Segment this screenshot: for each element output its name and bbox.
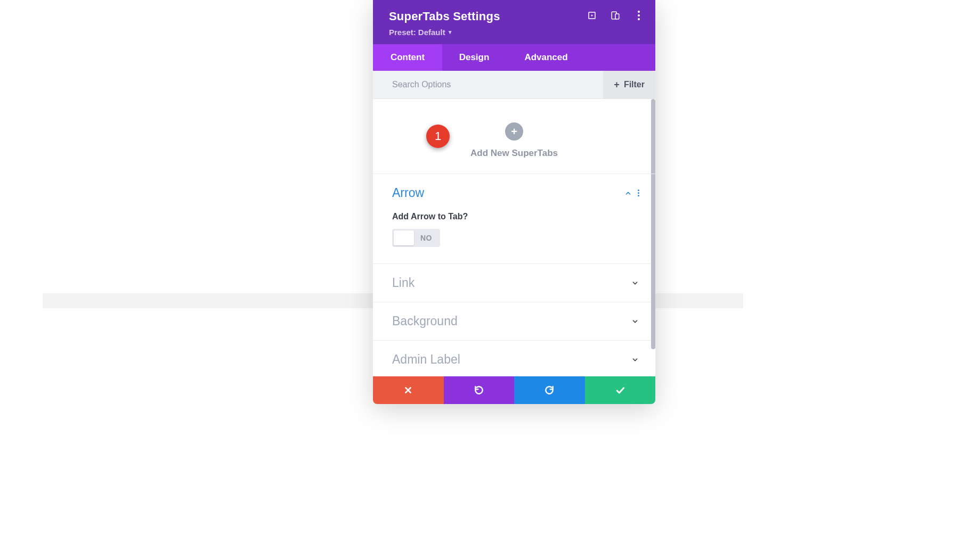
- panel-body: 1 + Add New SuperTabs Arrow Add Arrow to…: [373, 99, 655, 376]
- panel-footer: [373, 376, 655, 404]
- add-supertabs-label: Add New SuperTabs: [373, 148, 655, 159]
- section-background-title: Background: [392, 314, 458, 328]
- cancel-button[interactable]: [373, 376, 444, 404]
- redo-button[interactable]: [514, 376, 585, 404]
- section-link-header[interactable]: Link: [373, 264, 655, 302]
- search-input[interactable]: [392, 80, 603, 89]
- preset-selector[interactable]: Preset: Default ▼: [389, 28, 639, 37]
- close-icon: [403, 385, 413, 395]
- svg-point-5: [638, 14, 640, 17]
- redo-icon: [544, 385, 555, 396]
- save-button[interactable]: [585, 376, 656, 404]
- header-icon-group: [587, 11, 644, 20]
- undo-button[interactable]: [444, 376, 515, 404]
- chevron-down-icon[interactable]: [631, 356, 639, 364]
- section-link-title: Link: [392, 276, 415, 290]
- svg-point-6: [638, 18, 640, 20]
- section-arrow-header[interactable]: Arrow: [373, 174, 655, 212]
- svg-point-1: [591, 15, 593, 17]
- expand-icon[interactable]: [587, 11, 597, 20]
- chevron-up-icon[interactable]: [624, 189, 632, 197]
- filter-button[interactable]: + Filter: [603, 71, 655, 98]
- more-menu-icon[interactable]: [634, 11, 644, 20]
- preset-value: Default: [418, 28, 445, 37]
- section-background-controls: [631, 317, 639, 326]
- section-background-header[interactable]: Background: [373, 302, 655, 340]
- search-row: + Filter: [373, 71, 655, 99]
- undo-icon: [474, 385, 484, 396]
- tab-bar: Content Design Advanced: [373, 44, 655, 71]
- section-admin-label-header[interactable]: Admin Label: [373, 341, 655, 376]
- section-arrow-title: Arrow: [392, 186, 424, 200]
- add-supertabs-button[interactable]: +: [505, 122, 523, 141]
- section-admin-label-title: Admin Label: [392, 352, 460, 367]
- toggle-state: NO: [414, 234, 438, 242]
- section-background: Background: [373, 302, 655, 341]
- responsive-icon[interactable]: [611, 11, 620, 20]
- section-arrow-body: Add Arrow to Tab? NO: [373, 212, 655, 263]
- tab-content[interactable]: Content: [373, 44, 442, 71]
- add-supertabs-block: 1 + Add New SuperTabs: [373, 99, 655, 174]
- callout-badge: 1: [426, 125, 450, 148]
- preset-prefix: Preset:: [389, 28, 416, 37]
- section-link-controls: [631, 279, 639, 287]
- section-arrow: Arrow Add Arrow to Tab? NO: [373, 174, 655, 264]
- section-admin-label: Admin Label: [373, 341, 655, 376]
- toggle-knob: [394, 230, 414, 245]
- section-arrow-controls: [624, 189, 639, 197]
- plus-icon: +: [614, 80, 620, 89]
- settings-panel: SuperTabs Settings Preset: Default ▼ Con…: [373, 0, 655, 404]
- svg-rect-3: [615, 14, 619, 19]
- section-admin-label-controls: [631, 356, 639, 364]
- caret-down-icon: ▼: [448, 29, 453, 35]
- tab-design[interactable]: Design: [442, 44, 506, 71]
- section-link: Link: [373, 264, 655, 302]
- add-arrow-label: Add Arrow to Tab?: [392, 212, 636, 221]
- check-icon: [615, 385, 625, 396]
- filter-label: Filter: [624, 80, 645, 89]
- section-more-icon[interactable]: [638, 190, 639, 196]
- chevron-down-icon[interactable]: [631, 317, 639, 326]
- chevron-down-icon[interactable]: [631, 279, 639, 287]
- svg-point-4: [638, 11, 640, 13]
- add-arrow-toggle[interactable]: NO: [392, 229, 440, 247]
- page-background-band-right: [661, 293, 743, 308]
- tab-advanced[interactable]: Advanced: [506, 44, 586, 71]
- panel-header: SuperTabs Settings Preset: Default ▼: [373, 0, 655, 44]
